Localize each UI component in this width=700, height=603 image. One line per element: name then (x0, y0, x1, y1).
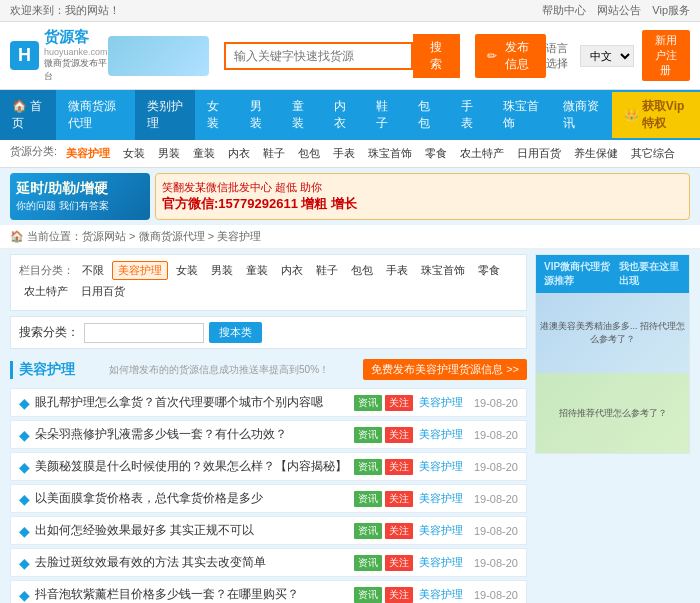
sub-nav-neiyi[interactable]: 内衣 (224, 144, 254, 163)
sub-nav-other[interactable]: 其它综合 (627, 144, 679, 163)
article-item: ◆ 抖音泡软紫薰栏目价格多少钱一套？在哪里购买？ 资讯 关注 美容护理 19-0… (10, 580, 527, 603)
tag-zixun: 资讯 (354, 395, 382, 411)
sub-nav-xiezi[interactable]: 鞋子 (259, 144, 289, 163)
nav-xiezi[interactable]: 鞋子 (364, 90, 406, 140)
nav-shoubiao[interactable]: 手表 (449, 90, 491, 140)
sidebar-title-text: VIP微商代理货源推荐 (544, 260, 619, 288)
sub-nav-zhubao[interactable]: 珠宝首饰 (364, 144, 416, 163)
tag-zixun: 资讯 (354, 587, 382, 603)
nav-neiyi[interactable]: 内衣 (322, 90, 364, 140)
sub-nav-yangsheng[interactable]: 养生保健 (570, 144, 622, 163)
article-category: 美容护理 (413, 555, 468, 570)
tag-like: 关注 (385, 555, 413, 571)
vip-service-link[interactable]: Vip服务 (652, 4, 690, 16)
free-publish-button[interactable]: 免费发布美容护理货源信息 >> (363, 359, 527, 380)
articles-notice: 如何增发布的的货源信息成功推送率提高到50%！ (109, 363, 329, 377)
article-title-link[interactable]: 出如何怎经验效果最好多 其实正规不可以 (35, 522, 349, 539)
filter-nongte[interactable]: 零食 (473, 262, 505, 279)
sidebar-link[interactable]: 我也要在这里出现 (619, 260, 681, 288)
register-button[interactable]: 新用户注册 (642, 30, 690, 81)
lang-select[interactable]: 中文 (580, 45, 634, 67)
filter-neiyi[interactable]: 内衣 (276, 262, 308, 279)
article-date: 19-08-20 (468, 525, 518, 537)
article-category: 美容护理 (413, 427, 468, 442)
sub-nav-tongzhuang[interactable]: 童装 (189, 144, 219, 163)
article-title-link[interactable]: 美颜秘笈膜是什么时候使用的？效果怎么样？【内容揭秘】 (35, 458, 349, 475)
search-input[interactable] (224, 42, 413, 70)
sidebar-caption-1: 港澳美容美秀精油多多... 招待代理怎么参考了？ (536, 317, 689, 349)
nav-zhubao[interactable]: 珠宝首饰 (491, 90, 551, 140)
nav-meirong[interactable]: 类别护理 (135, 90, 195, 140)
site-url: huoyuanke.com (44, 47, 108, 57)
banner-left-title: 延时/助勒/增硬 (16, 179, 144, 199)
filter-other[interactable]: 日用百货 (76, 283, 130, 300)
category-search-input[interactable] (84, 323, 204, 343)
sub-nav-nvzhuang[interactable]: 女装 (119, 144, 149, 163)
article-title-link[interactable]: 抖音泡软紫薰栏目价格多少钱一套？在哪里购买？ (35, 586, 349, 603)
breadcrumb-text: 当前位置：货源网站 > 微商货源代理 > 美容护理 (27, 230, 261, 242)
sub-nav-riyong[interactable]: 日用百货 (513, 144, 565, 163)
publish-icon: ✏ (487, 49, 497, 63)
banner-area: 延时/助勒/增硬 你的问题 我们有答案 笑翻发某微信批发中心 超低 助你 官方微… (0, 168, 700, 225)
article-title-link[interactable]: 以美面膜拿货价格表，总代拿货价格是多少 (35, 490, 349, 507)
nav-baobao[interactable]: 包包 (406, 90, 448, 140)
filter-zhubao[interactable]: 珠宝首饰 (416, 262, 470, 279)
publish-label: 发布信息 (500, 39, 534, 73)
top-bar-links: 帮助中心 网站公告 Vip服务 (534, 3, 690, 18)
filter-xiezi[interactable]: 鞋子 (311, 262, 343, 279)
sidebar-title: VIP微商代理货源推荐 我也要在这里出现 (536, 255, 689, 293)
nav-nvzhuang[interactable]: 女装 (195, 90, 237, 140)
article-left-4: ◆ 出如何怎经验效果最好多 其实正规不可以 资讯 关注 (19, 522, 413, 539)
search-cat-label: 搜索分类： (19, 324, 79, 341)
tag-like: 关注 (385, 587, 413, 603)
nav-zixun[interactable]: 微商资讯 (551, 90, 611, 140)
home-icon: 🏠 (10, 230, 24, 242)
article-item: ◆ 朵朵羽燕修护乳液需多少钱一套？有什么功效？ 资讯 关注 美容护理 19-08… (10, 420, 527, 449)
nav-home[interactable]: 🏠 首页 (0, 90, 56, 140)
article-item: ◆ 眼孔帮护理怎么拿货？首次代理要哪个城市个别内容嗯 资讯 关注 美容护理 19… (10, 388, 527, 417)
sub-nav-baobao[interactable]: 包包 (294, 144, 324, 163)
article-category: 美容护理 (413, 459, 468, 474)
sub-nav-shoubiao[interactable]: 手表 (329, 144, 359, 163)
article-title-link[interactable]: 朵朵羽燕修护乳液需多少钱一套？有什么功效？ (35, 426, 349, 443)
search-button[interactable]: 搜索 (413, 34, 460, 78)
filter-tongzhuang[interactable]: 童装 (241, 262, 273, 279)
nav-tongzhuang[interactable]: 童装 (280, 90, 322, 140)
article-item: ◆ 出如何怎经验效果最好多 其实正规不可以 资讯 关注 美容护理 19-08-2… (10, 516, 527, 545)
filter-type-label: 栏目分类： (19, 263, 74, 278)
notice-text: 如何增发布的的货源信息成功推送率提高到50%！ (109, 364, 329, 375)
nav-weixshang[interactable]: 微商货源代理 (56, 90, 135, 140)
article-title-link[interactable]: 去脸过斑纹效最有效的方法 其实去改变简单 (35, 554, 349, 571)
tag-like: 关注 (385, 523, 413, 539)
publish-button[interactable]: ✏ 发布信息 (475, 34, 546, 78)
sub-nav-meirong[interactable]: 美容护理 (62, 144, 114, 163)
filter-shoubiao[interactable]: 手表 (381, 262, 413, 279)
banner-phone: 官方微信:15779292611 增粗 增长 (162, 195, 683, 213)
filter-meirong[interactable]: 美容护理 (112, 261, 168, 280)
article-title-link[interactable]: 眼孔帮护理怎么拿货？首次代理要哪个城市个别内容嗯 (35, 394, 349, 411)
vip-label: 获取Vip特权 (642, 98, 688, 132)
filter-nanzhuang[interactable]: 男装 (206, 262, 238, 279)
tag-zixun: 资讯 (354, 555, 382, 571)
tag-zixun: 资讯 (354, 523, 382, 539)
search-submit-button[interactable]: 搜本类 (209, 322, 262, 343)
filter-riyong[interactable]: 农土特产 (19, 283, 73, 300)
article-tags: 资讯 关注 (354, 523, 413, 539)
filter-nvzhuang[interactable]: 女装 (171, 262, 203, 279)
filter-unlimit[interactable]: 不限 (77, 262, 109, 279)
top-bar-welcome: 欢迎来到：我的网站！ (10, 3, 125, 18)
article-tags: 资讯 关注 (354, 459, 413, 475)
site-tagline: 微商货源发布平台 (44, 57, 108, 83)
article-dot-icon: ◆ (19, 587, 30, 603)
filter-baobao[interactable]: 包包 (346, 262, 378, 279)
sub-nav-nongte[interactable]: 农土特产 (456, 144, 508, 163)
vip-privilege-button[interactable]: 👑 获取Vip特权 (612, 92, 700, 138)
sub-nav-lingshi[interactable]: 零食 (421, 144, 451, 163)
article-date: 19-08-20 (468, 429, 518, 441)
sub-nav-nanzhuang[interactable]: 男装 (154, 144, 184, 163)
help-center-link[interactable]: 帮助中心 (542, 4, 586, 16)
banner-left: 延时/助勒/增硬 你的问题 我们有答案 (10, 173, 150, 220)
nav-nanzhuang[interactable]: 男装 (238, 90, 280, 140)
article-left-0: ◆ 眼孔帮护理怎么拿货？首次代理要哪个城市个别内容嗯 资讯 关注 (19, 394, 413, 411)
announcement-link[interactable]: 网站公告 (597, 4, 641, 16)
